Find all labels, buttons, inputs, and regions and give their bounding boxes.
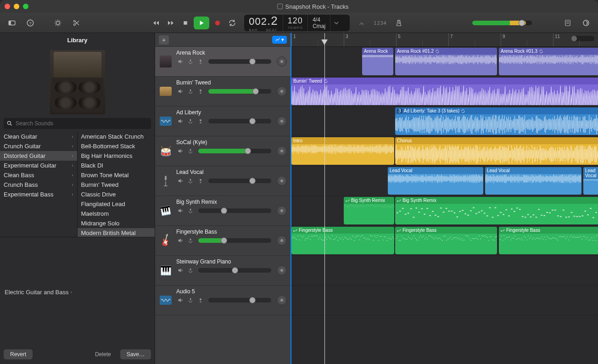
solo-button[interactable] [186,118,195,125]
region[interactable]: Arena Rock [362,48,393,75]
pan-knob[interactable] [277,265,287,275]
library-category-item[interactable]: Clean Bass› [0,170,77,180]
library-category-item[interactable]: Distorted Guitar› [0,151,77,161]
forward-button[interactable] [164,17,177,29]
track-header[interactable]: Burnin' Tweed [155,77,291,106]
mute-button[interactable] [176,267,184,274]
region[interactable]: ⮐ Fingerstyle Bass [499,227,598,254]
track-volume-slider[interactable] [198,238,271,243]
library-preset-item[interactable]: Big Hair Harmonics [78,151,155,161]
mute-button[interactable] [176,118,184,125]
region[interactable]: ⮐ Fingerstyle Bass [395,227,497,254]
arrange-row[interactable] [291,286,598,315]
track-header[interactable]: Ad Liberty [155,106,291,136]
search-input[interactable] [4,118,151,129]
lcd-dropdown[interactable] [330,15,342,31]
library-category-item[interactable]: Experimental Bass› [0,190,77,199]
library-preset-item[interactable]: Bell-Bottomed Stack [78,141,155,151]
library-preset-item[interactable]: Flangilated Lead [78,199,155,209]
track-volume-slider[interactable] [208,89,271,94]
playhead[interactable] [324,33,325,364]
tempo-value[interactable]: 120 [288,16,303,26]
region[interactable]: Burnin' Tweed [291,78,598,105]
library-category-item[interactable]: Crunch Guitar› [0,141,77,151]
library-preset-item[interactable]: Classic Drive [78,190,155,199]
region[interactable]: Arena Rock #01.2 [395,48,497,75]
loop-browser-button[interactable] [580,17,592,29]
solo-button[interactable] [186,88,195,95]
metronome-button[interactable] [392,17,405,29]
library-preset-item[interactable]: Maelstrom [78,209,155,218]
solo-button[interactable] [186,267,195,274]
mute-button[interactable] [176,237,184,244]
cycle-button[interactable] [226,17,239,29]
pan-knob[interactable] [277,86,287,96]
library-category-item[interactable]: Clean Guitar› [0,132,77,141]
minimize-window[interactable] [14,4,19,9]
region[interactable]: ⮐ Big Synth Remix [395,197,598,224]
pan-knob[interactable] [277,206,287,216]
pan-knob[interactable] [277,295,287,305]
key-signature[interactable]: Cmaj [313,23,325,29]
solo-button[interactable] [186,177,195,185]
horizontal-zoom-scroll[interactable] [571,36,594,41]
record-enable-button[interactable] [196,177,205,185]
library-toggle-button[interactable] [6,17,18,29]
arrange-area[interactable]: 1357911 Arena Rock Arena Rock #01.2 Aren… [291,33,598,364]
track-volume-slider[interactable] [208,298,271,302]
library-category-item[interactable]: Experimental Guitar› [0,161,77,170]
revert-button[interactable]: Revert [4,349,33,359]
arrange-row[interactable]: Intro Chorus [291,136,598,166]
automation-button[interactable]: ▾ [272,36,287,44]
library-preset-item[interactable]: Burnin' Tweed [78,180,155,190]
region[interactable]: ⮐ Big Synth Remix [344,197,394,224]
mute-button[interactable] [176,177,184,185]
library-preset-list[interactable]: American Stack CrunchBell-Bottomed Stack… [78,132,155,237]
arrange-row[interactable]: ⮐ Big Synth Remix ⮐ Big Synth Remix [291,196,598,226]
solo-button[interactable] [186,297,195,304]
record-enable-button[interactable] [196,297,205,304]
quick-help-button[interactable]: ? [24,17,37,29]
stop-button[interactable] [179,17,192,29]
scissors-button[interactable] [70,17,83,29]
pan-knob[interactable] [277,176,287,186]
pan-knob[interactable] [277,116,287,126]
close-window[interactable] [5,4,10,9]
region[interactable]: ⮐ Fingerstyle Bass [291,227,394,254]
library-category-item[interactable]: Crunch Bass› [0,180,77,190]
tuner-button[interactable] [355,17,368,29]
timeline-ruler[interactable]: 1357911 [291,33,598,47]
mute-button[interactable] [176,88,184,95]
region[interactable]: Lead Vocal [485,167,581,195]
solo-button[interactable] [186,237,195,244]
arrange-row[interactable]: ⮐ Fingerstyle Bass ⮐ Fingerstyle Bass ⮐ … [291,226,598,256]
library-preset-item[interactable]: Black DI [78,161,155,170]
master-volume-slider[interactable] [472,21,532,25]
pan-knob[interactable] [277,56,287,67]
add-track-button[interactable]: + [159,35,169,45]
record-button[interactable] [211,17,224,29]
count-in-label[interactable]: 1234 [374,20,386,26]
zoom-window[interactable] [23,4,28,9]
delete-button[interactable]: Delete [89,349,117,359]
track-volume-slider[interactable] [208,179,271,183]
record-enable-button[interactable] [196,118,205,125]
library-preset-item[interactable]: Brown Tone Metal [78,170,155,180]
region[interactable]: Lead Vocal [388,167,483,195]
pan-knob[interactable] [277,146,287,156]
track-header[interactable]: Audio 5 [155,286,291,315]
region[interactable]: Arena Rock #01.3 [499,48,598,75]
lcd-display[interactable]: 002.2 BARBEAT 120 TEMPO 4/4 Cmaj [244,15,350,31]
track-volume-slider[interactable] [208,59,271,64]
mute-button[interactable] [176,58,184,65]
library-path[interactable]: Electric Guitar and Bass [5,289,68,296]
library-category-list[interactable]: Clean Guitar›Crunch Guitar›Distorted Gui… [0,132,78,237]
region[interactable]: Lead Vocal [583,167,598,195]
solo-button[interactable] [186,58,195,65]
mute-button[interactable] [176,297,184,304]
mute-button[interactable] [176,147,184,155]
track-volume-slider[interactable] [198,268,271,273]
library-preset-item[interactable]: Modern British Metal [78,228,155,237]
track-header[interactable]: 🎸 Fingerstyle Bass [155,226,291,256]
region[interactable]: Chorus [395,137,598,165]
